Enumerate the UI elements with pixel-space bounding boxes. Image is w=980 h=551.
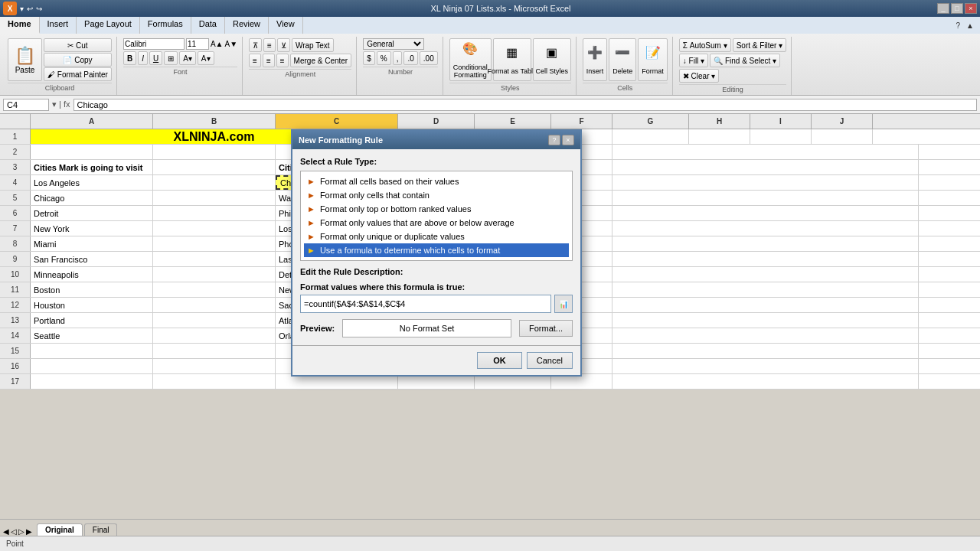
fill-button[interactable]: ↓ Fill ▾ (679, 54, 708, 67)
tab-insert[interactable]: Insert (40, 17, 77, 34)
cell-a8[interactable]: Miami (31, 236, 153, 251)
font-increase-icon[interactable]: A▲ (211, 40, 224, 48)
col-header-g[interactable]: G (612, 114, 689, 129)
number-format-select[interactable]: General (363, 38, 424, 50)
rule-item-4[interactable]: ► Format only unique or duplicate values (304, 230, 569, 243)
cell-a10[interactable]: Minneapolis (31, 267, 153, 282)
close-btn[interactable]: × (965, 3, 977, 14)
autosum-button[interactable]: Σ AutoSum ▾ (679, 38, 731, 52)
tab-formulas[interactable]: Formulas (140, 17, 191, 34)
col-header-j[interactable]: J (812, 114, 873, 129)
col-header-a[interactable]: A (31, 114, 153, 129)
fill-color-button[interactable]: A▾ (179, 51, 196, 65)
font-decrease-icon[interactable]: A▼ (225, 40, 238, 48)
format-as-table-button[interactable]: ▦Format as Table (493, 38, 531, 81)
dialog-help-btn[interactable]: ? (548, 135, 560, 145)
dialog-close-btn[interactable]: × (562, 135, 574, 145)
col-header-b[interactable]: B (153, 114, 276, 129)
align-center-button[interactable]: ≡ (263, 54, 275, 67)
align-middle-button[interactable]: ≡ (263, 38, 276, 52)
cell-styles-button[interactable]: ▣Cell Styles (533, 38, 571, 81)
cell-b3[interactable] (153, 160, 276, 174)
cell-a11[interactable]: Boston (31, 282, 153, 297)
cell-g3[interactable] (612, 160, 919, 174)
cell-b5[interactable] (153, 191, 276, 205)
cell-a6[interactable]: Detroit (31, 206, 153, 220)
cell-reference[interactable] (3, 99, 49, 111)
cancel-button[interactable]: Cancel (527, 352, 573, 369)
sort-filter-button[interactable]: Sort & Filter ▾ (733, 38, 787, 52)
dialog-controls[interactable]: ? × (548, 135, 574, 145)
cell-g2[interactable] (612, 145, 919, 159)
clear-button[interactable]: ✖ Clear ▾ (679, 69, 719, 83)
paste-button[interactable]: 📋 Paste (8, 38, 42, 81)
cell-a13[interactable]: Portland (31, 313, 153, 328)
tab-review[interactable]: Review (225, 17, 269, 34)
font-color-button[interactable]: A▾ (198, 51, 214, 65)
cell-b2[interactable] (153, 145, 276, 159)
select-all[interactable] (0, 114, 31, 129)
merge-center-button[interactable]: Merge & Center (290, 54, 352, 67)
underline-button[interactable]: U (149, 51, 162, 65)
align-top-button[interactable]: ⊼ (249, 38, 262, 52)
rule-item-3[interactable]: ► Format only values that are above or b… (304, 216, 569, 230)
col-header-f[interactable]: F (551, 114, 612, 129)
cell-a4[interactable]: Los Angeles (31, 175, 153, 190)
cell-i1[interactable] (750, 129, 812, 144)
rule-item-0[interactable]: ► Format all cells based on their values (304, 174, 569, 188)
format-cells-button[interactable]: 📝Format (638, 38, 668, 81)
format-button[interactable]: Format... (519, 320, 573, 337)
rule-item-2[interactable]: ► Format only top or bottom ranked value… (304, 202, 569, 216)
col-header-c[interactable]: C (276, 114, 398, 129)
collapse-icon[interactable]: ▲ (966, 21, 974, 30)
cell-h1[interactable] (689, 129, 750, 144)
align-left-button[interactable]: ≡ (249, 54, 261, 67)
window-controls[interactable]: _ □ × (937, 3, 977, 14)
font-size-input[interactable] (186, 38, 209, 50)
cell-j1[interactable] (812, 129, 873, 144)
sheet-tab-last[interactable]: ▷ (18, 527, 24, 536)
formula-input[interactable] (74, 99, 977, 111)
cell-a12[interactable]: Houston (31, 298, 153, 312)
font-name-input[interactable] (123, 38, 185, 50)
tab-view[interactable]: View (269, 17, 303, 34)
cell-b4[interactable] (153, 175, 276, 190)
currency-button[interactable]: $ (363, 51, 375, 65)
cell-g4[interactable] (612, 175, 919, 190)
col-header-h[interactable]: H (689, 114, 750, 129)
decrease-decimal-button[interactable]: .00 (420, 51, 438, 65)
wrap-text-button[interactable]: Wrap Text (292, 38, 334, 52)
cell-a3[interactable]: Cities Mark is going to visit (31, 160, 153, 174)
cell-a5[interactable]: Chicago (31, 191, 153, 205)
col-header-d[interactable]: D (398, 114, 475, 129)
sheet-tab-prev[interactable]: ◀ (3, 527, 9, 536)
formula-picker-btn[interactable]: 📊 (554, 295, 573, 313)
restore-btn[interactable]: □ (951, 3, 963, 14)
conditional-formatting-button[interactable]: 🎨ConditionalFormatting (449, 38, 492, 81)
insert-button[interactable]: ➕Insert (583, 38, 608, 81)
align-bottom-button[interactable]: ⊻ (277, 38, 290, 52)
sheet-tab-final[interactable]: Final (84, 523, 118, 536)
copy-button[interactable]: 📄 Copy (44, 53, 112, 67)
delete-button[interactable]: ➖Delete (609, 38, 636, 81)
cell-a2[interactable] (31, 145, 153, 159)
bold-button[interactable]: B (123, 51, 136, 65)
percent-button[interactable]: % (377, 51, 391, 65)
tab-page-layout[interactable]: Page Layout (77, 17, 140, 34)
help-icon[interactable]: ? (956, 21, 961, 30)
sheet-tab-first[interactable]: ◁ (11, 527, 17, 536)
find-select-button[interactable]: 🔍 Find & Select ▾ (710, 54, 780, 67)
tab-data[interactable]: Data (191, 17, 225, 34)
format-painter-button[interactable]: 🖌 Format Painter (44, 67, 112, 81)
col-header-e[interactable]: E (475, 114, 551, 129)
formula-value-input[interactable] (300, 295, 551, 313)
cell-a7[interactable]: New York (31, 221, 153, 236)
ok-button[interactable]: OK (477, 352, 522, 369)
cell-a14[interactable]: Seattle (31, 328, 153, 343)
sheet-tab-next[interactable]: ▶ (26, 527, 32, 536)
sheet-tab-original[interactable]: Original (37, 523, 83, 536)
comma-button[interactable]: , (393, 51, 403, 65)
cell-g1[interactable] (612, 129, 689, 144)
border-button[interactable]: ⊞ (164, 51, 178, 65)
italic-button[interactable]: I (138, 51, 148, 65)
